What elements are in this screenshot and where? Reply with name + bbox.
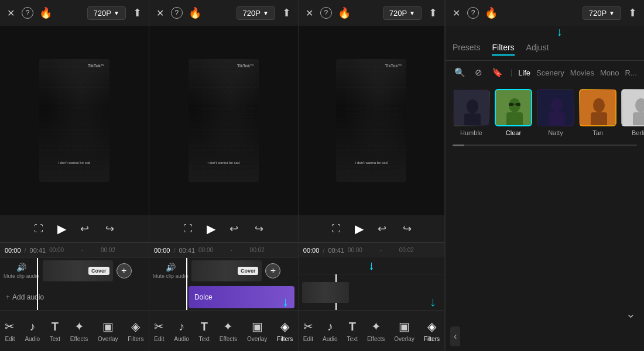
natty-preview-svg <box>538 90 574 126</box>
tool-effects-3[interactable]: ✦ Effects <box>362 317 389 345</box>
close-button-2[interactable]: ✕ <box>155 6 165 20</box>
tool-text-3[interactable]: T Text <box>342 318 362 345</box>
filter-thumb-humble <box>453 89 490 126</box>
undo-button-2[interactable]: ↩ <box>227 220 241 238</box>
tab-filters[interactable]: Filters <box>492 43 514 56</box>
filters-panel: ✕ ? 🔥 720P ▼ ⬆ ↓ Presets Filters Adjust … <box>445 0 644 351</box>
collapse-panel-button[interactable]: ‹ <box>450 326 460 346</box>
category-more[interactable]: R... <box>625 68 637 77</box>
quality-selector-2[interactable]: 720P ▼ <box>237 6 275 20</box>
close-button-3[interactable]: ✕ <box>304 6 314 20</box>
svg-rect-11 <box>549 112 565 126</box>
bookmark-filters-button[interactable]: 🔖 <box>490 66 505 80</box>
quality-selector-3[interactable]: 720P ▼ <box>383 6 422 20</box>
quality-chevron-2: ▼ <box>263 10 269 16</box>
tab-adjust[interactable]: Adjust <box>526 43 549 56</box>
undo-button-1[interactable]: ↩ <box>78 220 91 238</box>
export-button-1[interactable]: ⬆ <box>132 5 143 20</box>
scissors-icon-3: ✂ <box>303 319 313 333</box>
filters-export-button[interactable]: ⬆ <box>627 5 638 20</box>
tool-audio-1[interactable]: ♪ Audio <box>20 318 44 345</box>
tool-audio-2[interactable]: ♪ Audio <box>169 318 194 345</box>
tool-filters-3[interactable]: ◈ Filters <box>419 317 444 345</box>
tool-filters-label-2: Filters <box>277 336 293 342</box>
track-row-audio-1: 🔊 Mute clip audio Cover + <box>0 258 149 284</box>
time-total-3: 00:41 <box>328 247 344 254</box>
tool-overlay-2[interactable]: ▣ Overlay <box>242 317 272 345</box>
help-button-1[interactable]: ? <box>22 7 33 19</box>
filter-item-natty[interactable]: Natty <box>537 89 574 136</box>
add-track-button-1[interactable]: + <box>117 263 132 278</box>
cover-button-2[interactable]: Cover <box>238 267 259 275</box>
category-movies[interactable]: Movies <box>570 68 594 77</box>
panel-right-wrapper: ✕ ? 🔥 720P ▼ ⬆ TikTok™ i don't wanna be … <box>299 0 644 351</box>
track-clip-inner-3 <box>302 282 349 303</box>
tool-overlay-1[interactable]: ▣ Overlay <box>93 317 122 345</box>
redo-button-1[interactable]: ↪ <box>103 220 117 238</box>
search-filters-button[interactable]: 🔍 <box>453 66 467 80</box>
undo-button-3[interactable]: ↩ <box>375 220 389 238</box>
ruler-mark-3b: 00:02 <box>399 247 414 253</box>
play-button-1[interactable]: ▶ <box>57 222 66 236</box>
timeline-tracks-2: 🔊 Mute clip audio Cover + Dolce <box>149 257 298 310</box>
export-button-2[interactable]: ⬆ <box>281 5 292 20</box>
cover-button-1[interactable]: Cover <box>88 267 109 275</box>
bottom-chevron-button[interactable]: ⌄ <box>625 305 637 322</box>
filters-close-button[interactable]: ✕ <box>451 6 461 20</box>
close-button-1[interactable]: ✕ <box>6 6 16 20</box>
tool-overlay-3[interactable]: ▣ Overlay <box>389 317 419 345</box>
tool-edit-2[interactable]: ✂ Edit <box>149 317 169 345</box>
mute-label-text-2: Mute clip audio <box>153 273 189 279</box>
add-audio-button-1[interactable]: + Add audio <box>6 293 44 301</box>
tool-text-1[interactable]: T Text <box>45 318 65 345</box>
tool-filters-2[interactable]: ◈ Filters <box>272 317 297 345</box>
svg-rect-7 <box>516 103 520 106</box>
video-subtitle-1: i don't wanna be sad <box>39 161 109 164</box>
redo-button-2[interactable]: ↪ <box>252 220 266 238</box>
timeline-tracks-1: 🔊 Mute clip audio Cover + + Add audio <box>0 257 149 310</box>
filters-quality-selector[interactable]: 720P ▼ <box>583 6 621 20</box>
mute-audio-label-1: 🔊 Mute clip audio <box>4 263 39 279</box>
quality-label-3: 720P <box>389 9 407 18</box>
category-mono[interactable]: Mono <box>600 68 619 77</box>
panel-3: ✕ ? 🔥 720P ▼ ⬆ TikTok™ i don't wanna be … <box>299 0 445 351</box>
tab-presets[interactable]: Presets <box>453 43 480 56</box>
filters-help-button[interactable]: ? <box>467 7 479 19</box>
tool-effects-2[interactable]: ✦ Effects <box>215 317 242 345</box>
scrollbar-thumb[interactable] <box>453 144 464 146</box>
tool-effects-1[interactable]: ✦ Effects <box>66 317 93 345</box>
playhead-2 <box>186 258 187 310</box>
category-scenery[interactable]: Scenery <box>536 68 564 77</box>
expand-button-1[interactable]: ⛶ <box>32 221 46 236</box>
tool-audio-3[interactable]: ♪ Audio <box>318 318 342 345</box>
berlin-preview-svg <box>622 90 644 126</box>
filter-item-humble[interactable]: Humble <box>453 89 490 136</box>
filter-thumb-berlin <box>621 89 644 126</box>
filter-item-tan[interactable]: Tan <box>579 89 616 136</box>
category-life[interactable]: Life <box>518 68 530 77</box>
play-button-2[interactable]: ▶ <box>207 222 215 236</box>
tool-edit-1[interactable]: ✂ Edit <box>0 317 19 345</box>
tool-text-2[interactable]: T Text <box>194 318 214 345</box>
filter-item-berlin[interactable]: Berlin <box>621 89 644 136</box>
panel-2: ✕ ? 🔥 720P ▼ ⬆ TikTok™ i don't wanna be … <box>149 0 299 351</box>
play-button-3[interactable]: ▶ <box>355 222 364 236</box>
quality-selector-1[interactable]: 720P ▼ <box>87 6 126 20</box>
tool-overlay-label-3: Overlay <box>394 336 414 342</box>
redo-button-3[interactable]: ↪ <box>400 220 414 238</box>
filter-item-clear[interactable]: Clear <box>495 89 532 136</box>
tool-filters-1[interactable]: ◈ Filters <box>123 317 148 345</box>
help-button-2[interactable]: ? <box>171 7 183 19</box>
speaker-icon-1: 🔊 <box>16 263 26 272</box>
tool-edit-3[interactable]: ✂ Edit <box>299 317 318 345</box>
video-inner-1: TikTok™ i don't wanna be sad <box>39 59 109 182</box>
cyan-arrow-panel3: ↓ <box>368 258 375 273</box>
export-button-3[interactable]: ⬆ <box>427 5 439 20</box>
video-inner-2: TikTok™ i don't wanna be sad <box>189 59 259 182</box>
expand-button-3[interactable]: ⛶ <box>329 221 343 236</box>
add-track-button-2[interactable]: + <box>265 263 280 278</box>
no-filter-button[interactable]: ⊘ <box>473 66 484 80</box>
tool-text-label-1: Text <box>50 336 60 342</box>
expand-button-2[interactable]: ⛶ <box>181 221 195 236</box>
help-button-3[interactable]: ? <box>320 7 332 19</box>
